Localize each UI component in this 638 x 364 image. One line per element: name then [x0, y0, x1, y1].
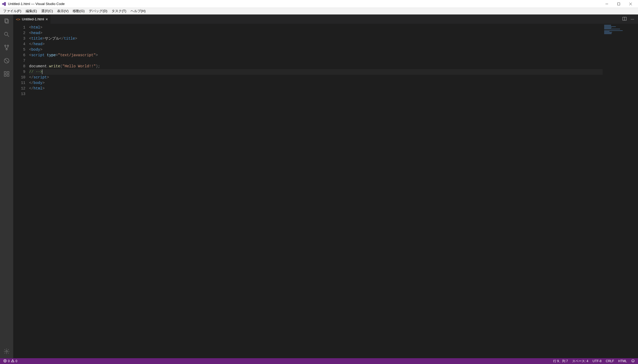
editor-area: <> Untitled-1.html × ··· 12345678 — [13, 15, 638, 358]
gear-icon — [3, 348, 10, 355]
svg-rect-16 — [4, 74, 6, 76]
line-number: 4 — [13, 41, 25, 47]
code-line[interactable]: <body> — [29, 47, 638, 53]
code-line[interactable]: // --> — [29, 69, 638, 75]
code-line[interactable]: </head> — [29, 41, 638, 47]
close-button[interactable] — [625, 0, 636, 8]
svg-point-8 — [5, 45, 6, 46]
svg-point-26 — [632, 359, 635, 362]
svg-rect-15 — [7, 72, 9, 73]
line-number: 10 — [13, 75, 25, 80]
line-number-gutter: 12345678910111213 — [13, 24, 29, 358]
line-number: 13 — [13, 91, 25, 97]
title-bar: Untitled-1.html — Visual Studio Code — [0, 0, 638, 8]
line-number: 6 — [13, 53, 25, 58]
status-cursor-position[interactable]: 行 9、列 7 — [552, 359, 570, 363]
svg-point-25 — [12, 361, 13, 361]
status-feedback[interactable] — [630, 359, 636, 363]
code-line[interactable]: <head> — [29, 30, 638, 36]
warning-icon — [11, 359, 15, 363]
svg-point-18 — [6, 351, 7, 352]
line-number: 11 — [13, 80, 25, 86]
code-line[interactable]: <html> — [29, 25, 638, 30]
line-number: 3 — [13, 36, 25, 41]
status-encoding[interactable]: UTF-8 — [591, 359, 603, 363]
menu-go[interactable]: 移動(G) — [71, 8, 87, 14]
tab-filename: Untitled-1.html — [22, 17, 44, 21]
tab-bar: <> Untitled-1.html × ··· — [13, 15, 638, 24]
status-eol[interactable]: CRLF — [604, 359, 616, 363]
menu-bar: ファイル(F) 編集(E) 選択(C) 表示(V) 移動(G) デバッグ(D) … — [0, 8, 638, 15]
code-line[interactable]: </body> — [29, 80, 638, 86]
ellipsis-icon: ··· — [631, 17, 634, 22]
code-line[interactable]: <title>サンプル</title> — [29, 36, 638, 41]
code-line[interactable]: <script type="text/javascript"> — [29, 53, 638, 58]
line-number: 7 — [13, 58, 25, 64]
code-line[interactable]: </script> — [29, 75, 638, 80]
svg-point-6 — [4, 32, 8, 35]
svg-line-13 — [5, 59, 8, 62]
split-editor-button[interactable] — [622, 16, 627, 22]
code-editor[interactable]: 12345678910111213 <html><head><title>サンプ… — [13, 24, 638, 358]
main-area: <> Untitled-1.html × ··· 12345678 — [0, 15, 638, 358]
status-language[interactable]: HTML — [617, 359, 628, 363]
svg-point-28 — [633, 360, 634, 360]
text-cursor — [42, 69, 42, 74]
overview-ruler[interactable] — [634, 24, 638, 358]
code-line[interactable] — [29, 91, 638, 97]
menu-select[interactable]: 選択(C) — [39, 8, 55, 14]
line-number: 9 — [13, 69, 25, 75]
activity-explorer[interactable] — [0, 15, 13, 28]
line-number: 5 — [13, 47, 25, 53]
code-line[interactable] — [29, 58, 638, 64]
warning-count: 0 — [16, 359, 17, 363]
svg-rect-1 — [617, 3, 620, 5]
line-number: 1 — [13, 25, 25, 30]
code-line[interactable]: </html> — [29, 86, 638, 91]
editor-actions: ··· — [622, 16, 638, 22]
svg-rect-14 — [4, 72, 6, 73]
code-content[interactable]: <html><head><title>サンプル</title></head><b… — [29, 24, 638, 358]
svg-line-7 — [7, 35, 9, 37]
line-number: 8 — [13, 64, 25, 69]
svg-point-10 — [6, 49, 7, 50]
svg-point-27 — [632, 360, 633, 360]
line-number: 12 — [13, 86, 25, 91]
svg-rect-4 — [5, 19, 8, 22]
more-actions-button[interactable]: ··· — [630, 16, 635, 22]
menu-help[interactable]: ヘルプ(H) — [128, 8, 148, 14]
split-icon — [622, 17, 627, 22]
menu-debug[interactable]: デバッグ(D) — [87, 8, 109, 14]
code-line[interactable]: document.write("Hello World!!"); — [29, 64, 638, 69]
activity-settings[interactable] — [0, 345, 13, 358]
menu-view[interactable]: 表示(V) — [55, 8, 71, 14]
window-controls — [601, 0, 636, 8]
smiley-icon — [631, 359, 635, 363]
activity-bar — [0, 15, 13, 358]
vscode-window: Untitled-1.html — Visual Studio Code ファイ… — [0, 0, 638, 364]
window-title: Untitled-1.html — Visual Studio Code — [8, 2, 601, 6]
status-bar: 0 0 行 9、列 7 スペース: 4 UTF-8 CRLF HTML — [0, 358, 638, 364]
activity-extensions[interactable] — [0, 67, 13, 81]
menu-file[interactable]: ファイル(F) — [1, 8, 24, 14]
activity-debug[interactable] — [0, 54, 13, 67]
activity-scm[interactable] — [0, 41, 13, 54]
svg-rect-17 — [7, 74, 9, 76]
vscode-logo-icon — [2, 2, 6, 6]
error-icon — [3, 359, 7, 363]
svg-point-9 — [7, 45, 9, 46]
menu-task[interactable]: タスク(T) — [109, 8, 128, 14]
html-file-icon: <> — [16, 17, 20, 21]
tab-close-icon[interactable]: × — [46, 17, 48, 21]
tab-untitled-1[interactable]: <> Untitled-1.html × — [13, 15, 50, 24]
error-count: 0 — [8, 359, 10, 363]
line-number: 2 — [13, 30, 25, 36]
status-indent[interactable]: スペース: 4 — [571, 359, 590, 363]
activity-search[interactable] — [0, 28, 13, 41]
svg-rect-5 — [6, 20, 8, 23]
status-errors[interactable]: 0 0 — [2, 359, 19, 363]
minimize-button[interactable] — [601, 0, 613, 8]
maximize-button[interactable] — [613, 0, 625, 8]
menu-edit[interactable]: 編集(E) — [24, 8, 39, 14]
